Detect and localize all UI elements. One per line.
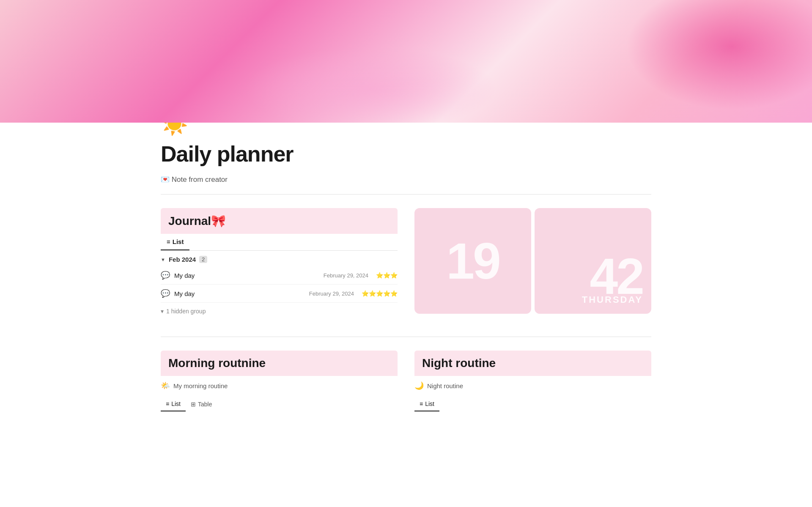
entry-1-icon: 💬 — [161, 271, 170, 280]
journal-section: Journal🎀 ≡ List ▼ Feb 2024 2 💬 My day Fe… — [161, 208, 398, 320]
entry-2-date: February 29, 2024 — [309, 290, 354, 297]
group-arrow-icon: ▼ — [161, 257, 165, 262]
morning-routine-header: Morning routnine — [161, 351, 398, 376]
hidden-group-chevron: ▾ — [161, 308, 164, 315]
journal-entry-1[interactable]: 💬 My day February 29, 2024 ⭐⭐⭐ — [161, 266, 398, 285]
morning-routine-tabs: ≡ List ⊞ Table — [161, 395, 398, 413]
clock-minute-day: 42 THURSDAY — [535, 208, 651, 314]
tab-list[interactable]: ≡ List — [161, 234, 189, 250]
journal-header: Journal🎀 — [161, 208, 398, 234]
hero-banner — [0, 0, 812, 123]
tab-list-label: List — [173, 238, 184, 245]
group-feb2024[interactable]: ▼ Feb 2024 2 — [161, 251, 398, 266]
night-routine-item[interactable]: 🌙 Night routine — [414, 376, 651, 395]
morning-routine-section: Morning routnine 🌤️ My morning routine ≡… — [161, 351, 398, 413]
entry-1-stars: ⭐⭐⭐ — [376, 272, 398, 279]
night-list-label: List — [425, 400, 434, 407]
entry-2-icon: 💬 — [161, 289, 170, 298]
night-tab-list[interactable]: ≡ List — [414, 397, 439, 411]
morning-routine-label: My morning routine — [173, 382, 228, 389]
group-count: 2 — [199, 256, 207, 263]
night-routine-header: Night routine — [414, 351, 651, 376]
bottom-grid: Morning routnine 🌤️ My morning routine ≡… — [161, 351, 651, 413]
group-name: Feb 2024 — [169, 256, 196, 263]
morning-list-label: List — [171, 400, 181, 407]
morning-tab-table[interactable]: ⊞ Table — [186, 397, 217, 411]
page-title: Daily planner — [161, 141, 651, 167]
entry-1-title: My day — [174, 272, 319, 279]
night-routine-tabs: ≡ List — [414, 395, 651, 413]
morning-table-label: Table — [198, 401, 212, 408]
entry-1-date: February 29, 2024 — [324, 272, 368, 279]
note-creator-link[interactable]: 💌 Note from creator — [161, 175, 651, 184]
clock-day-label: THURSDAY — [582, 294, 643, 305]
night-routine-section: Night routine 🌙 Night routine ≡ List — [414, 351, 651, 413]
clock-widget: 19 42 THURSDAY — [414, 208, 651, 314]
note-creator-label: 💌 Note from creator — [161, 175, 228, 184]
main-grid: Journal🎀 ≡ List ▼ Feb 2024 2 💬 My day Fe… — [161, 208, 651, 320]
morning-routine-icon: 🌤️ — [161, 381, 170, 390]
clock-hour: 19 — [414, 208, 531, 314]
morning-table-icon: ⊞ — [191, 401, 196, 408]
journal-entry-2[interactable]: 💬 My day February 29, 2024 ⭐⭐⭐⭐⭐ — [161, 285, 398, 303]
night-list-icon: ≡ — [420, 400, 423, 407]
morning-tab-list[interactable]: ≡ List — [161, 397, 186, 411]
hidden-group-label: 1 hidden group — [166, 308, 206, 315]
morning-routine-item[interactable]: 🌤️ My morning routine — [161, 376, 398, 395]
entry-2-title: My day — [174, 290, 305, 297]
entry-2-stars: ⭐⭐⭐⭐⭐ — [362, 290, 398, 297]
title-divider — [161, 194, 651, 195]
morning-list-icon: ≡ — [166, 400, 169, 407]
journal-tabs: ≡ List — [161, 234, 398, 251]
night-routine-label: Night routine — [427, 382, 463, 389]
section-divider — [161, 337, 651, 337]
list-icon: ≡ — [167, 238, 170, 245]
hidden-group[interactable]: ▾ 1 hidden group — [161, 303, 398, 320]
night-routine-icon: 🌙 — [414, 381, 424, 390]
